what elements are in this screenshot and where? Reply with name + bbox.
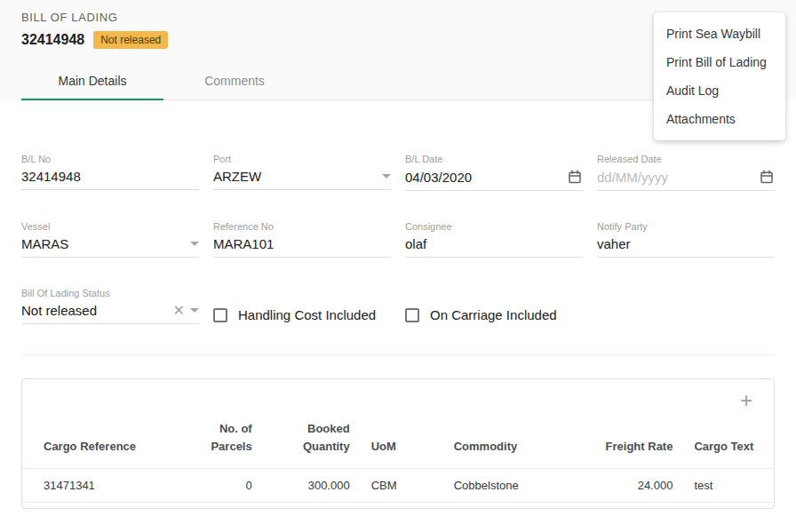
- field-label: Notify Party: [597, 221, 775, 232]
- checkbox-icon[interactable]: [213, 308, 227, 322]
- field-notify-party[interactable]: Notify Party vaher: [597, 221, 775, 258]
- chevron-down-icon[interactable]: [382, 174, 391, 179]
- vessel-select[interactable]: MARAS: [21, 236, 185, 251]
- cell-no-of-parcels[interactable]: 0: [187, 469, 263, 503]
- grid-spacer: [597, 288, 775, 324]
- cell-freight-rate[interactable]: 24.000: [585, 469, 683, 503]
- cell-commodity[interactable]: Cobbelstone: [443, 469, 586, 503]
- field-label: Released Date: [597, 154, 775, 164]
- cell-uom[interactable]: CBM: [361, 469, 443, 503]
- column-header-booked-quantity: Booked Quantity: [263, 415, 361, 469]
- chevron-down-icon[interactable]: [190, 308, 199, 313]
- field-consignee[interactable]: Consignee olaf: [405, 221, 583, 258]
- checkbox-label: Handling Cost Included: [238, 307, 376, 322]
- field-label: B/L Date: [405, 154, 583, 164]
- column-header-cargo-text: Cargo Text: [683, 415, 774, 469]
- column-header-commodity: Commodity: [443, 415, 586, 469]
- bl-status-select[interactable]: Not released: [21, 303, 168, 318]
- status-badge: Not released: [93, 31, 168, 49]
- bl-date-input[interactable]: 04/03/2020: [405, 170, 561, 185]
- calendar-icon[interactable]: [759, 169, 775, 185]
- column-header-uom: UoM: [361, 415, 443, 469]
- field-label: Port: [213, 154, 391, 164]
- tab-comments[interactable]: Comments: [163, 61, 306, 99]
- cell-booked-quantity[interactable]: 300.000: [263, 469, 361, 503]
- cell-cargo-text[interactable]: test: [683, 469, 774, 503]
- table-row[interactable]: 31471341 0 300.000 CBM Cobbelstone 24.00…: [22, 469, 774, 503]
- reference-no-input[interactable]: MARA101: [213, 236, 391, 251]
- port-select[interactable]: ARZEW: [213, 169, 377, 184]
- column-header-no-of-parcels: No. of Parcels: [187, 415, 263, 469]
- cargo-card-toolbar: +: [22, 379, 774, 415]
- field-label: Reference No: [213, 221, 391, 232]
- clear-icon[interactable]: ✕: [173, 304, 185, 318]
- menu-item-print-sea-waybill[interactable]: Print Sea Waybill: [654, 20, 785, 48]
- bl-no-input[interactable]: 32414948: [21, 169, 199, 184]
- field-reference-no[interactable]: Reference No MARA101: [213, 221, 391, 258]
- column-header-cargo-reference: Cargo Reference: [22, 415, 187, 469]
- chevron-down-icon[interactable]: [190, 242, 199, 246]
- column-header-freight-rate: Freight Rate: [585, 415, 683, 469]
- field-bl-no[interactable]: B/L No 32414948: [21, 154, 199, 191]
- checkbox-icon[interactable]: [405, 308, 419, 322]
- add-cargo-button[interactable]: +: [738, 392, 754, 409]
- notify-party-input[interactable]: vaher: [597, 236, 775, 251]
- checkbox-on-carriage[interactable]: On Carriage Included: [405, 306, 583, 324]
- field-port[interactable]: Port ARZEW: [213, 154, 391, 191]
- tab-main-details[interactable]: Main Details: [21, 61, 163, 99]
- menu-item-print-bill-of-lading[interactable]: Print Bill of Lading: [654, 48, 785, 76]
- released-date-input[interactable]: dd/MM/yyyy: [597, 170, 753, 185]
- field-bl-date[interactable]: B/L Date 04/03/2020: [405, 154, 583, 191]
- field-label: Vessel: [21, 221, 199, 232]
- calendar-icon[interactable]: [567, 169, 583, 185]
- cargo-table: Cargo Reference No. of Parcels Booked Qu…: [22, 415, 774, 508]
- menu-item-audit-log[interactable]: Audit Log: [654, 76, 785, 105]
- field-released-date[interactable]: Released Date dd/MM/yyyy: [597, 154, 775, 191]
- field-label: B/L No: [21, 154, 199, 164]
- checkbox-label: On Carriage Included: [430, 307, 557, 322]
- document-number: 32414948: [21, 32, 84, 48]
- cargo-card: + Cargo Reference No. of Parcels Booked …: [21, 378, 775, 509]
- context-menu: Print Sea Waybill Print Bill of Lading A…: [654, 12, 785, 140]
- field-label: Bill Of Lading Status: [21, 288, 199, 298]
- field-label: Consignee: [405, 221, 583, 232]
- checkbox-handling-cost[interactable]: Handling Cost Included: [213, 306, 391, 324]
- field-bl-status[interactable]: Bill Of Lading Status Not released ✕: [21, 288, 199, 324]
- menu-item-attachments[interactable]: Attachments: [654, 105, 785, 133]
- cargo-table-header-row: Cargo Reference No. of Parcels Booked Qu…: [22, 415, 774, 469]
- consignee-input[interactable]: olaf: [405, 236, 583, 251]
- cell-cargo-reference[interactable]: 31471341: [22, 469, 187, 503]
- section-divider: [21, 354, 775, 355]
- field-vessel[interactable]: Vessel MARAS: [21, 221, 199, 258]
